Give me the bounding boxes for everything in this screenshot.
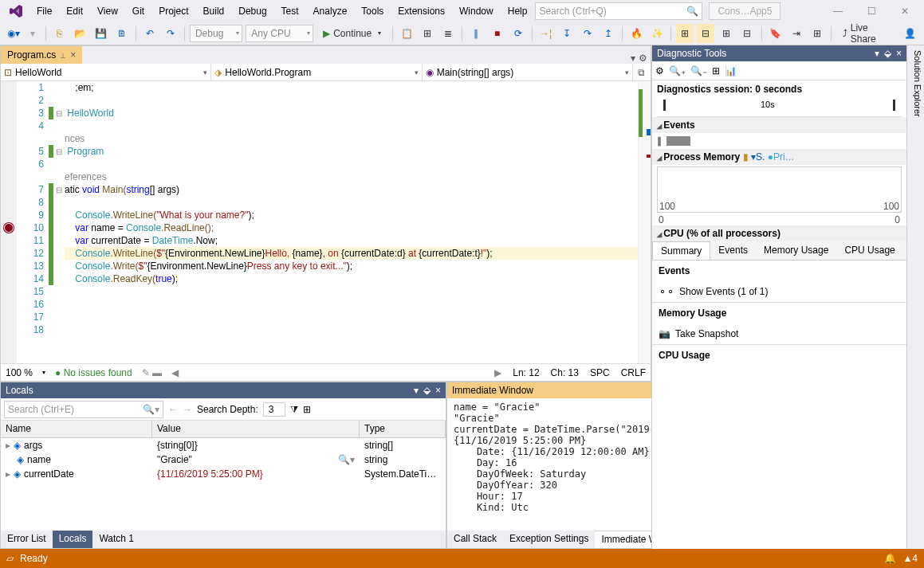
menu-window[interactable]: Window <box>453 2 500 20</box>
locals-row-name[interactable]: ◈name "Gracie"🔍▾ string <box>1 452 446 467</box>
dropdown-icon[interactable]: ▾ <box>875 48 879 59</box>
cols-icon[interactable]: ⊞ <box>303 404 311 415</box>
namespace-combo[interactable]: ⊡HelloWorld▾ <box>1 64 211 80</box>
step-out-button[interactable]: ↥ <box>600 24 617 43</box>
chart-icon[interactable]: 📊 <box>725 65 737 76</box>
close-button[interactable]: ✕ <box>889 2 921 21</box>
continue-button[interactable]: ▶Continue▾ <box>317 24 387 43</box>
minimize-button[interactable]: — <box>822 2 854 21</box>
zoom-combo[interactable]: 100 % <box>6 367 33 378</box>
menu-tools[interactable]: Tools <box>355 2 390 20</box>
source-control-count[interactable]: ▲4 <box>902 553 918 564</box>
menu-extensions[interactable]: Extensions <box>391 2 451 20</box>
menu-help[interactable]: Help <box>501 2 534 20</box>
events-section[interactable]: Events <box>652 117 906 133</box>
break-all-button[interactable]: ∥ <box>467 24 485 43</box>
menu-analyze[interactable]: Analyze <box>307 2 354 20</box>
pin-icon[interactable]: ⟂ <box>61 51 65 60</box>
save-button[interactable]: 💾 <box>92 24 110 43</box>
stack-button[interactable]: ≣ <box>439 24 457 43</box>
search-depth-combo[interactable]: 3 <box>263 402 286 417</box>
dropdown-icon[interactable]: ▾ <box>414 385 419 396</box>
comment-button[interactable]: ⊞ <box>808 24 826 43</box>
tab-dropdown-icon[interactable]: ▾ <box>631 53 635 64</box>
col-name[interactable]: Name <box>1 421 152 437</box>
diag-header[interactable]: Diagnostic Tools▾⬙× <box>652 45 906 61</box>
stop-button[interactable]: ■ <box>488 24 505 43</box>
show-events-link[interactable]: ⚬⚬Show Events (1 of 1) <box>652 281 906 302</box>
window-settings-icon[interactable]: ⚙ <box>639 53 647 64</box>
step-over-button[interactable]: ↷ <box>579 24 596 43</box>
close-icon[interactable]: × <box>435 385 441 396</box>
tab-call-stack[interactable]: Call Stack <box>447 531 503 548</box>
tab-locals[interactable]: Locals <box>53 531 93 548</box>
take-snapshot-link[interactable]: 📷Take Snapshot <box>652 323 906 344</box>
col-value[interactable]: Value <box>152 421 360 437</box>
layout4-button[interactable]: ⊟ <box>738 24 756 43</box>
configuration-combo[interactable]: Debug <box>190 25 242 42</box>
menu-view[interactable]: View <box>91 2 124 20</box>
locals-search[interactable]: Search (Ctrl+E)🔍▾ <box>4 401 163 418</box>
liveshare-button[interactable]: ⤴ Live Share <box>836 24 898 43</box>
memory-graph[interactable]: 100100 <box>657 166 902 213</box>
tab-error-list[interactable]: Error List <box>1 531 53 548</box>
process-button[interactable]: 📋 <box>398 24 415 43</box>
nav-fwd-button[interactable]: ▾ <box>26 24 40 43</box>
step-into-button[interactable]: ↧ <box>558 24 576 43</box>
layout2-button[interactable]: ⊟ <box>697 24 714 43</box>
redo-button[interactable]: ↷ <box>162 24 179 43</box>
menu-edit[interactable]: Edit <box>60 2 89 20</box>
close-icon[interactable]: × <box>896 48 902 59</box>
zoom-reset-icon[interactable]: ⊞ <box>712 65 720 76</box>
menu-file[interactable]: File <box>30 2 58 20</box>
search-back-icon[interactable]: ← <box>168 404 178 415</box>
new-item-button[interactable]: ⎘ <box>50 24 68 43</box>
split-editor-icon[interactable]: ⧉ <box>633 67 651 78</box>
filter-icon[interactable]: ⧩ <box>290 404 298 415</box>
notifications-icon[interactable]: 🔔 <box>884 553 896 564</box>
process-memory-section[interactable]: Process Memory ▮ ▾S. ●Pri… <box>652 149 906 165</box>
save-all-button[interactable]: 🗎 <box>113 24 131 43</box>
col-type[interactable]: Type <box>360 421 446 437</box>
breakpoint-icon[interactable] <box>4 223 14 233</box>
bookmark-button[interactable]: 🔖 <box>766 24 784 43</box>
issues-status[interactable]: ● No issues found <box>55 367 132 378</box>
open-button[interactable]: 📂 <box>72 24 89 43</box>
feedback-button[interactable]: 👤 <box>902 24 919 43</box>
search-fwd-icon[interactable]: → <box>183 404 192 415</box>
diag-tab-memory[interactable]: Memory Usage <box>756 241 836 260</box>
tab-watch1[interactable]: Watch 1 <box>92 531 140 548</box>
next-statement-button[interactable]: →¦ <box>537 24 555 43</box>
platform-combo[interactable]: Any CPU <box>246 25 313 42</box>
solution-explorer-tab[interactable]: Solution Explorer <box>906 45 924 549</box>
timeline[interactable]: 10s <box>657 98 902 117</box>
menu-project[interactable]: Project <box>152 2 195 20</box>
file-tab-program[interactable]: Program.cs ⟂ × <box>1 46 82 64</box>
diag-tab-cpu[interactable]: CPU Usage <box>836 241 902 260</box>
scrollbar-minimap[interactable] <box>638 81 651 363</box>
method-combo[interactable]: ◉Main(string[] args)▾ <box>423 64 633 80</box>
locals-header[interactable]: Locals▾⬙× <box>1 382 446 398</box>
menu-git[interactable]: Git <box>126 2 151 20</box>
diag-tab-events[interactable]: Events <box>710 241 756 260</box>
undo-button[interactable]: ↶ <box>141 24 159 43</box>
hot-reload-button[interactable]: 🔥 <box>627 24 645 43</box>
crlf-indicator[interactable]: CRLF <box>621 367 646 378</box>
layout1-button[interactable]: ⊞ <box>676 24 694 43</box>
indent-button[interactable]: ⇥ <box>788 24 805 43</box>
pin-icon[interactable]: ⬙ <box>423 385 431 396</box>
maximize-button[interactable]: ☐ <box>855 2 887 21</box>
quick-launch-search[interactable]: Search (Ctrl+Q) 🔍 <box>535 2 702 20</box>
cpu-section[interactable]: CPU (% of all processors) <box>652 225 906 241</box>
intellicode-button[interactable]: ✨ <box>648 24 666 43</box>
code-canvas[interactable]: 1234 56 789101112131415161718 ⊟⊟⊟ ;em; H… <box>1 81 651 363</box>
diag-tab-summary[interactable]: Summary <box>652 241 710 260</box>
class-combo[interactable]: ⬗HelloWorld.Program▾ <box>211 64 422 80</box>
restart-button[interactable]: ⟳ <box>509 24 527 43</box>
zoom-out-icon[interactable]: 🔍₋ <box>690 65 707 76</box>
thread-button[interactable]: ⊞ <box>419 24 436 43</box>
nav-back-button[interactable]: ◉▾ <box>5 24 22 43</box>
menu-debug[interactable]: Debug <box>232 2 273 20</box>
menu-test[interactable]: Test <box>275 2 305 20</box>
menu-build[interactable]: Build <box>197 2 231 20</box>
